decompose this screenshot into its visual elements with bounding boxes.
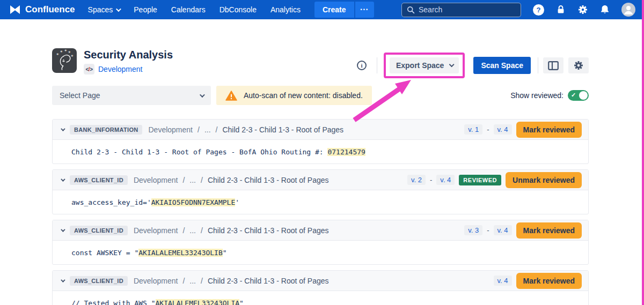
mark-reviewed-button[interactable]: Mark reviewed — [516, 222, 582, 239]
nav-item-spaces[interactable]: Spaces — [88, 5, 120, 14]
nav-item-people[interactable]: People — [134, 5, 157, 14]
collapse-chevron-icon[interactable] — [61, 278, 65, 282]
settings-gear-icon — [573, 60, 584, 71]
finding-actions: v. 2 - v. 4 REVIEWED Unmark reviewed — [407, 172, 582, 188]
finding-header: BANK_INFORMATION Development / ... / Chi… — [53, 120, 588, 140]
top-navigation: Confluence Spaces People Calendars DbCon… — [0, 0, 644, 19]
autoscan-warning-banner: Auto-scan of new content: disabled. — [216, 86, 372, 105]
warning-icon — [225, 91, 237, 101]
divider — [377, 57, 377, 73]
select-page-dropdown[interactable]: Select Page — [52, 86, 211, 105]
search-box[interactable] — [401, 3, 521, 17]
page-title: Security Analysis — [84, 49, 173, 61]
nav-icon-group: ? — [533, 3, 635, 17]
version-badge[interactable]: v. 2 — [407, 175, 426, 185]
svg-text:*: * — [56, 53, 59, 58]
chevron-down-icon — [200, 92, 205, 98]
secret-highlight: AKIAIO5FODNN7EXAMPLE — [151, 198, 236, 206]
mark-reviewed-button[interactable]: Mark reviewed — [516, 273, 582, 289]
nav-item-dbconsole[interactable]: DbConsole — [219, 5, 257, 14]
code-space-icon: </> — [84, 64, 94, 75]
breadcrumb: Development / ... / Child 2-3 - Child 1-… — [134, 277, 329, 285]
svg-text:*: * — [64, 49, 67, 54]
breadcrumb: Development / ... / Child 2-3 - Child 1-… — [134, 226, 329, 235]
notifications-bell-icon[interactable] — [599, 4, 610, 15]
version-badge[interactable]: v. 3 — [464, 225, 482, 235]
secret-highlight: AKIALALEMEL33243OLIA — [156, 299, 240, 305]
search-icon — [407, 6, 415, 14]
sidebar-layout-button[interactable] — [543, 57, 564, 73]
scan-space-button[interactable]: Scan Space — [473, 57, 531, 74]
finding-header: AWS_CLIENT_ID Development / ... / Child … — [53, 170, 588, 190]
confluence-logo-icon — [9, 3, 21, 16]
finding-snippet: const AWSKEY = "AKIALALEMEL33243OLIB" — [53, 241, 588, 264]
search-input[interactable] — [419, 5, 516, 14]
finding-actions: v. 4 Mark reviewed — [494, 273, 582, 289]
breadcrumb-page[interactable]: Child 2-3 - Child 1-3 - Root of Pages — [208, 176, 329, 184]
toggle-knob — [579, 91, 588, 100]
annotation-border-strip — [642, 0, 644, 305]
check-icon: ✓ — [571, 92, 576, 99]
finding-card: AWS_CLIENT_ID Development / ... / Child … — [52, 270, 589, 305]
collapse-chevron-icon[interactable] — [61, 227, 65, 232]
controls-row: Select Page Auto-scan of new content: di… — [52, 86, 589, 105]
finding-actions: v. 3 - v. 4 Mark reviewed — [464, 222, 582, 239]
version-badge[interactable]: v. 1 — [464, 124, 482, 135]
annotation-highlight-box: Export Space — [384, 53, 465, 78]
code-line: Child 2-3 - Child 1-3 - Root of Pages - … — [71, 148, 365, 156]
collapse-chevron-icon[interactable] — [61, 177, 65, 181]
space-header: ***** Security Analysis </> Development … — [52, 48, 589, 78]
finding-snippet: aws_access_key_id='AKIAIO5FODNN7EXAMPLE' — [53, 190, 588, 214]
secret-highlight: 071214579 — [327, 148, 365, 156]
brand[interactable]: Confluence — [9, 3, 75, 16]
finding-actions: v. 1 - v. 4 Mark reviewed — [464, 122, 582, 138]
space-link[interactable]: Development — [98, 65, 143, 73]
show-reviewed-toggle[interactable]: ✓ — [568, 90, 589, 101]
chevron-down-icon — [116, 6, 121, 12]
export-space-button[interactable]: Export Space — [390, 57, 459, 73]
finding-snippet: // Tested with AWS "AKIALALEMEL33243OLIA… — [53, 291, 588, 305]
header-actions: i Export Space Scan Space — [357, 53, 589, 78]
mark-reviewed-button[interactable]: Mark reviewed — [516, 122, 582, 138]
unmark-reviewed-button[interactable]: Unmark reviewed — [506, 172, 582, 188]
page-content: ***** Security Analysis </> Development … — [0, 48, 644, 305]
version-badge[interactable]: v. 4 — [494, 276, 512, 286]
info-icon[interactable]: i — [357, 61, 367, 70]
space-settings-button[interactable] — [568, 57, 589, 73]
finding-card: AWS_CLIENT_ID Development / ... / Child … — [52, 169, 589, 214]
divider — [538, 57, 538, 73]
finding-card: BANK_INFORMATION Development / ... / Chi… — [52, 119, 589, 164]
nav-item-calendars[interactable]: Calendars — [171, 5, 206, 14]
version-badge[interactable]: v. 4 — [494, 225, 512, 235]
finding-type-badge: AWS_CLIENT_ID — [70, 276, 128, 286]
brand-name: Confluence — [25, 4, 75, 15]
version-badge[interactable]: v. 4 — [436, 175, 455, 185]
finding-type-badge: BANK_INFORMATION — [70, 125, 142, 135]
breadcrumb-page[interactable]: Child 2-3 - Child 1-3 - Root of Pages — [208, 226, 329, 235]
breadcrumb-page[interactable]: Child 2-3 - Child 1-3 - Root of Pages — [222, 125, 343, 134]
breadcrumb: Development / ... / Child 2-3 - Child 1-… — [148, 125, 343, 134]
reviewed-badge: REVIEWED — [459, 175, 501, 185]
sidebar-layout-icon — [548, 61, 559, 70]
version-badge[interactable]: v. 4 — [494, 124, 512, 135]
collapse-chevron-icon[interactable] — [61, 127, 65, 131]
space-avatar: ***** — [52, 48, 77, 73]
more-actions-button[interactable]: ••• — [355, 2, 374, 18]
nav-item-analytics[interactable]: Analytics — [270, 5, 301, 14]
svg-text:*: * — [71, 54, 74, 59]
breadcrumb: Development / ... / Child 2-3 - Child 1-… — [134, 176, 329, 184]
finding-card: AWS_CLIENT_ID Development / ... / Child … — [52, 220, 589, 265]
help-icon[interactable]: ? — [533, 4, 544, 16]
breadcrumb-page[interactable]: Child 2-3 - Child 1-3 - Root of Pages — [208, 277, 329, 285]
code-line: aws_access_key_id='AKIAIO5FODNN7EXAMPLE' — [71, 198, 239, 206]
findings-list: BANK_INFORMATION Development / ... / Chi… — [52, 119, 589, 305]
user-avatar[interactable] — [621, 3, 635, 17]
finding-snippet: Child 2-3 - Child 1-3 - Root of Pages - … — [53, 140, 588, 163]
finding-header: AWS_CLIENT_ID Development / ... / Child … — [53, 271, 588, 291]
create-button[interactable]: Create — [314, 2, 354, 18]
warning-text: Auto-scan of new content: disabled. — [244, 91, 363, 100]
lock-icon[interactable] — [555, 4, 566, 15]
finding-type-badge: AWS_CLIENT_ID — [70, 175, 128, 185]
chevron-down-icon — [449, 62, 455, 67]
admin-gear-icon[interactable] — [577, 4, 588, 15]
